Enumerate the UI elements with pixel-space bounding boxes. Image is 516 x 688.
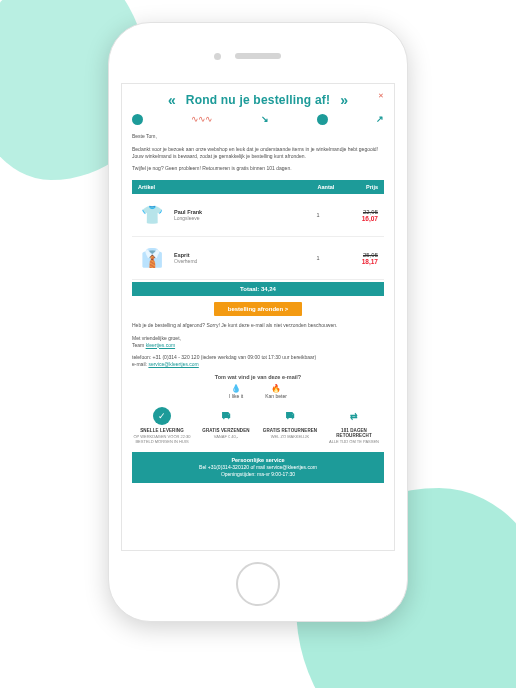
col-price: Prijs (346, 184, 378, 190)
usp-return-right: ⇄ 101 DAGEN RETOURRECHT ALLE TIJD OM TE … (324, 407, 384, 444)
cart-item: 👕 Paul Frank Longsleeve 1 22,95 16,07 (132, 194, 384, 237)
return-truck-icon: ⛟ (281, 407, 299, 425)
arrow-icon: ↗ (376, 114, 384, 125)
usp-sub: ALLE TIJD OM TE PASSEN (324, 439, 384, 444)
feedback-like-label: I like it (229, 393, 243, 399)
contact-tel: telefoon: +31 (0)314 - 320 120 (iedere w… (132, 354, 316, 360)
usp-sub: WEL ZO MAKKELIJK (260, 434, 320, 439)
usp-title: 101 DAGEN RETOURRECHT (324, 428, 384, 438)
price-new: 18,17 (346, 258, 378, 265)
contact-email-link[interactable]: service@kleertjes.com (148, 361, 198, 367)
usp-free-shipping: ⛟ GRATIS VERZENDEN VANAF € 40,- (196, 407, 256, 444)
usp-sub: VANAF € 40,- (196, 434, 256, 439)
col-article: Artikel (138, 184, 306, 190)
fire-icon: 🔥 (265, 384, 287, 393)
intro-text-2: Twijfel je nog? Geen probleem! Retourner… (132, 165, 384, 172)
truck-icon: ⛟ (217, 407, 235, 425)
exchange-icon: ⇄ (345, 407, 363, 425)
arrow-icon: ↘ (261, 114, 269, 125)
product-type: Overhemd (174, 258, 290, 264)
usp-title: GRATIS VERZENDEN (196, 428, 256, 433)
clock-icon: ✓ (153, 407, 171, 425)
signoff: Met vriendelijke groet, Team kleertjes.c… (132, 335, 384, 349)
signoff-team-prefix: Team (132, 342, 146, 348)
cart-table-header: Artikel Aantal Prijs (132, 180, 384, 194)
product-thumbnail: 👔 (138, 243, 166, 273)
close-icon[interactable]: ✕ (378, 92, 384, 100)
phone-home-button (236, 562, 280, 606)
dot-icon (317, 114, 328, 125)
chevron-left-icon: « (168, 92, 176, 108)
chevron-right-icon: » (340, 92, 348, 108)
email-title: Rond nu je bestelling af! (186, 93, 330, 107)
phone-speaker (235, 53, 281, 59)
phone-mockup: « Rond nu je bestelling af! » ✕ ∿∿∿ ↘ ↗ … (108, 22, 408, 622)
usp-title: GRATIS RETOURNEREN (260, 428, 320, 433)
price-new: 16,07 (346, 215, 378, 222)
email-footer: Persoonlijke service Bel +31(0)314-32012… (132, 452, 384, 483)
greeting: Beste Tom, (132, 133, 384, 140)
dot-icon (132, 114, 143, 125)
usp-sub: OP WERKDAGEN VOOR 22:30 BESTELD MORGEN I… (132, 434, 192, 444)
contact-block: telefoon: +31 (0)314 - 320 120 (iedere w… (132, 354, 384, 368)
team-link[interactable]: kleertjes.com (146, 342, 175, 348)
decorative-row: ∿∿∿ ↘ ↗ (132, 114, 384, 125)
thumbs-up-icon: 💧 (229, 384, 243, 393)
intro-text: Bedankt voor je bezoek aan onze webshop … (132, 146, 384, 160)
product-thumbnail: 👕 (138, 200, 166, 230)
product-type: Longsleeve (174, 215, 290, 221)
product-qty: 1 (298, 212, 338, 218)
complete-order-button[interactable]: bestelling afronden > (214, 302, 303, 316)
feedback-title: Tom wat vind je van deze e-mail? (132, 374, 384, 380)
email-header: « Rond nu je bestelling af! » ✕ (132, 92, 384, 108)
feedback-better-button[interactable]: 🔥 Kan beter (265, 384, 287, 399)
usp-title: SNELLE LEVERING (132, 428, 192, 433)
feedback-options: 💧 I like it 🔥 Kan beter (132, 384, 384, 399)
feedback-better-label: Kan beter (265, 393, 287, 399)
contact-email-prefix: e-mail: (132, 361, 148, 367)
usp-row: ✓ SNELLE LEVERING OP WERKDAGEN VOOR 22:3… (132, 407, 384, 444)
zigzag-icon: ∿∿∿ (191, 114, 212, 125)
footer-line: Openingstijden: ma-vr 9:00-17:30 (136, 471, 380, 478)
email-screen: « Rond nu je bestelling af! » ✕ ∿∿∿ ↘ ↗ … (121, 83, 395, 551)
already-ordered-note: Heb je de bestelling al afgerond? Sorry!… (132, 322, 384, 329)
cart-item: 👔 Esprit Overhemd 1 25,95 18,17 (132, 237, 384, 280)
usp-fast-delivery: ✓ SNELLE LEVERING OP WERKDAGEN VOOR 22:3… (132, 407, 192, 444)
signoff-greet: Met vriendelijke groet, (132, 335, 181, 341)
phone-camera (214, 53, 221, 60)
product-qty: 1 (298, 255, 338, 261)
cart-total: Totaal: 34,24 (132, 282, 384, 296)
feedback-like-button[interactable]: 💧 I like it (229, 384, 243, 399)
footer-title: Persoonlijke service (136, 457, 380, 464)
col-qty: Aantal (306, 184, 346, 190)
usp-free-returns: ⛟ GRATIS RETOURNEREN WEL ZO MAKKELIJK (260, 407, 320, 444)
footer-line: Bel +31(0)314-320120 of mail service@kle… (136, 464, 380, 471)
